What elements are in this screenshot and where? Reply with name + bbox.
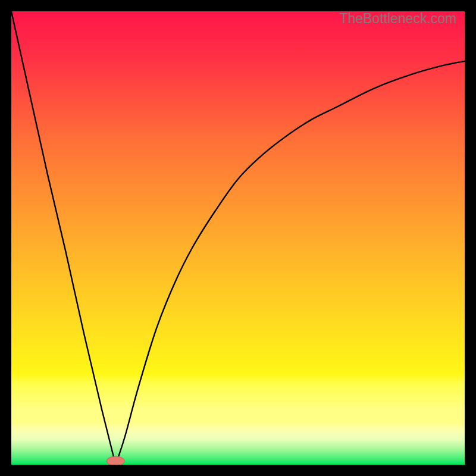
optimal-marker xyxy=(107,456,124,465)
watermark-text: TheBottleneck.com xyxy=(339,11,456,27)
bottleneck-chart xyxy=(11,11,465,465)
chart-frame: TheBottleneck.com xyxy=(11,11,465,465)
